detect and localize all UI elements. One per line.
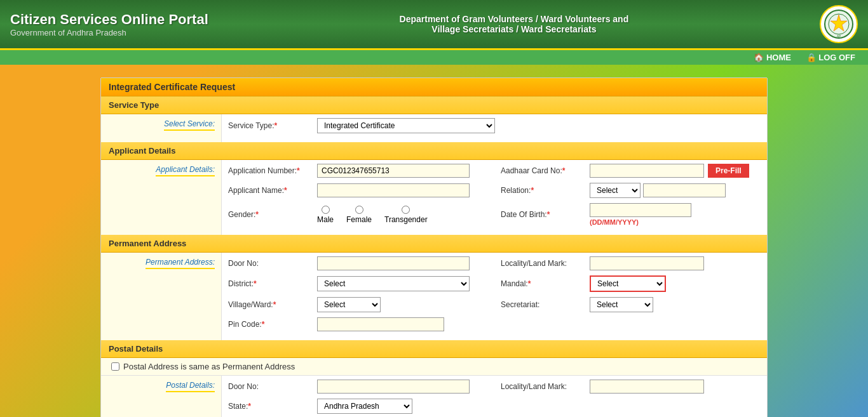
village-label: Village/Ward:*: [228, 300, 317, 309]
applicant-section-header: Applicant Details: [101, 142, 767, 160]
gender-transgender-radio[interactable]: [402, 206, 410, 214]
district-select[interactable]: Select: [317, 276, 470, 291]
postal-locality-input[interactable]: [590, 380, 704, 394]
home-link[interactable]: 🏠 HOME: [754, 53, 791, 62]
applicant-content: Application Number:* CGC012347655713 Aad…: [222, 160, 767, 235]
aadhaar-input[interactable]: [590, 164, 704, 178]
permanent-content: Door No: Locality/Land Mark: District:* …: [222, 253, 767, 340]
dob-hint: (DD/MM/YYYY): [590, 218, 691, 226]
postal-door-input[interactable]: [317, 380, 470, 394]
page-header: Citizen Services Online Portal Governmen…: [0, 0, 868, 50]
postal-locality-group: Locality/Land Mark:: [501, 380, 761, 394]
district-group: District:* Select: [228, 276, 488, 291]
dob-wrapper: (DD/MM/YYYY): [590, 203, 691, 226]
gender-male: Male: [317, 206, 334, 224]
secretariat-group: Secretariat: Select: [501, 297, 761, 312]
service-type-row: Service Type:* Integrated Certificate: [228, 118, 761, 133]
name-group: Applicant Name:*: [228, 183, 488, 197]
service-type-select[interactable]: Integrated Certificate: [317, 118, 495, 133]
service-type-group: Service Type:* Integrated Certificate: [228, 118, 761, 133]
aadhaar-label: Aadhaar Card No:*: [501, 166, 590, 175]
logoff-link[interactable]: 🔒 LOG OFF: [806, 53, 855, 62]
gender-female-radio[interactable]: [355, 206, 363, 214]
district-label: District:*: [228, 279, 317, 288]
applicant-name-input[interactable]: [317, 183, 470, 197]
app-aadhaar-row: Application Number:* CGC012347655713 Aad…: [228, 164, 761, 178]
postal-checkbox-row: Postal Address is same as Permanent Addr…: [101, 358, 767, 376]
gender-radio-group: Male Female Transgender: [317, 206, 428, 224]
permanent-section-header: Permanent Address: [101, 235, 767, 253]
govt-subtitle: Government of Andhra Pradesh: [10, 28, 208, 37]
relation-group: Relation:* SelectFatherMotherSpouse: [501, 183, 761, 198]
postal-state-select[interactable]: Andhra Pradesh Telangana: [317, 399, 412, 414]
locality-label: Locality/Land Mark:: [501, 259, 590, 268]
postal-section-content: Postal Details: Door No: Locality/Land M…: [101, 376, 767, 417]
relation-name-input[interactable]: [643, 183, 726, 197]
village-select[interactable]: Select: [317, 297, 381, 312]
relation-label: Relation:*: [501, 186, 590, 195]
select-service-label: Select Service:: [164, 119, 215, 131]
secretariat-label: Secretariat:: [501, 300, 590, 309]
gender-female: Female: [346, 206, 372, 224]
name-relation-row: Applicant Name:* Relation:* SelectFather…: [228, 183, 761, 198]
door-group: Door No:: [228, 256, 488, 270]
postal-same-checkbox[interactable]: [111, 362, 119, 371]
postal-door-locality-row: Door No: Locality/Land Mark:: [228, 380, 761, 394]
dept-line2: Village Secretariats / Ward Secretariats: [400, 24, 629, 34]
mandal-group: Mandal:* Select: [501, 275, 761, 292]
aadhaar-group: Aadhaar Card No:* Pre-Fill: [501, 164, 761, 178]
svg-text:AP: AP: [837, 34, 841, 38]
permanent-address-label: Permanent Address:: [146, 258, 215, 269]
postal-content: Door No: Locality/Land Mark: State:* And…: [222, 376, 767, 417]
service-type-section: Select Service: Service Type:* Integrate…: [101, 114, 767, 142]
postal-locality-label: Locality/Land Mark:: [501, 382, 590, 391]
locality-input[interactable]: [590, 256, 704, 270]
permanent-section: Permanent Address: Door No: Locality/Lan…: [101, 253, 767, 340]
navigation-bar: 🏠 HOME 🔒 LOG OFF: [0, 50, 868, 65]
service-type-label-col: Select Service:: [101, 114, 222, 142]
main-form-container: Integrated Certificate Request Service T…: [100, 77, 768, 417]
pincode-row: Pin Code:*: [228, 317, 761, 331]
relation-select[interactable]: SelectFatherMotherSpouse: [590, 183, 641, 198]
dept-info: Department of Gram Volunteers / Ward Vol…: [400, 14, 629, 34]
app-number-group: Application Number:* CGC012347655713: [228, 164, 488, 178]
app-number-label: Application Number:*: [228, 166, 317, 175]
dob-group: Date Of Birth:* (DD/MM/YYYY): [501, 203, 761, 226]
permanent-label-col: Permanent Address:: [101, 253, 222, 340]
postal-same-label[interactable]: Postal Address is same as Permanent Addr…: [111, 362, 757, 371]
village-secretariat-row: Village/Ward:* Select Secretariat: Selec…: [228, 297, 761, 312]
postal-label-col: Postal Details:: [101, 376, 222, 417]
portal-title: Citizen Services Online Portal: [10, 11, 208, 28]
door-label: Door No:: [228, 259, 317, 268]
postal-details-label: Postal Details:: [166, 381, 215, 392]
secretariat-select[interactable]: Select: [590, 297, 653, 312]
page-title: Integrated Certificate Request: [101, 78, 767, 96]
service-type-field-label: Service Type:*: [228, 121, 317, 130]
gender-male-radio[interactable]: [322, 206, 330, 214]
applicant-name-label: Applicant Name:*: [228, 186, 317, 195]
locality-group: Locality/Land Mark:: [501, 256, 761, 270]
service-type-section-header: Service Type: [101, 96, 767, 114]
applicant-label-col: Applicant Details:: [101, 160, 222, 235]
postal-state-row: State:* Andhra Pradesh Telangana: [228, 399, 761, 414]
postal-state-group: State:* Andhra Pradesh Telangana: [228, 399, 761, 414]
gender-group: Gender:* Male Female Trans: [228, 206, 488, 224]
gender-dob-row: Gender:* Male Female Trans: [228, 203, 761, 226]
service-type-content: Service Type:* Integrated Certificate: [222, 114, 767, 142]
app-number-input[interactable]: CGC012347655713: [317, 164, 470, 178]
door-locality-row: Door No: Locality/Land Mark:: [228, 256, 761, 270]
postal-door-label: Door No:: [228, 382, 317, 391]
dob-label: Date Of Birth:*: [501, 210, 590, 219]
postal-section-header: Postal Details: [101, 340, 767, 358]
gender-label: Gender:*: [228, 210, 317, 219]
dob-input[interactable]: [590, 203, 691, 217]
prefill-button[interactable]: Pre-Fill: [708, 164, 749, 178]
door-input[interactable]: [317, 256, 470, 270]
header-branding: Citizen Services Online Portal Governmen…: [10, 11, 208, 37]
village-group: Village/Ward:* Select: [228, 297, 488, 312]
mandal-label: Mandal:*: [501, 279, 590, 288]
pincode-input[interactable]: [317, 317, 444, 331]
mandal-select[interactable]: Select: [590, 275, 666, 292]
pincode-label: Pin Code:*: [228, 320, 317, 329]
dept-line1: Department of Gram Volunteers / Ward Vol…: [400, 14, 629, 24]
